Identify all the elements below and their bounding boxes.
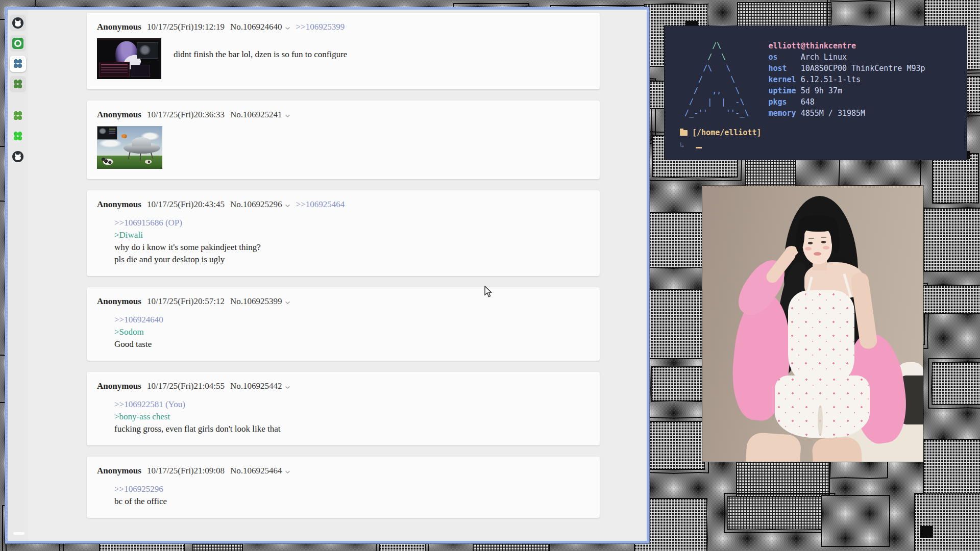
- post-number[interactable]: No.106924640: [230, 21, 282, 33]
- ascii-logo-line: / ,, \: [680, 86, 740, 95]
- greentext-line: >Sodom: [114, 326, 589, 338]
- browser-window: Anonymous10/17/25(Fri)19:12:19No.1069246…: [5, 7, 649, 543]
- sidebar-tab-3[interactable]: [10, 56, 26, 72]
- fetch-field-label: memory: [768, 108, 800, 119]
- post-header: Anonymous10/17/25(Fri)21:04:55No.1069254…: [97, 380, 589, 392]
- post-header: Anonymous10/17/25(Fri)19:12:19No.1069246…: [97, 21, 589, 33]
- backlink-quotelink[interactable]: >>106925399: [296, 21, 345, 33]
- post-number[interactable]: No.106925241: [230, 109, 282, 121]
- sidebar-tab-7[interactable]: [10, 148, 26, 165]
- greentext-line: >bony-ass chest: [114, 411, 589, 423]
- ascii-logo-line: /\: [680, 41, 721, 51]
- post-text-line: pls die and your desktop is ugly: [114, 254, 589, 266]
- post-text-line: Good taste: [114, 338, 589, 350]
- quotelink[interactable]: >>106922581 (You): [114, 398, 589, 411]
- fetch-field-label: os: [768, 52, 800, 63]
- post-timestamp: 10/17/25(Fri)20:43:45: [147, 198, 225, 211]
- photo-eye: [821, 241, 826, 243]
- post-header: Anonymous10/17/25(Fri)20:36:33No.1069252…: [97, 109, 589, 121]
- thumbnail-cloud: [99, 139, 121, 147]
- photo-blush: [823, 246, 829, 249]
- prompt-line: ↳: [680, 139, 967, 151]
- backlink-quotelink[interactable]: >>106925464: [296, 198, 345, 211]
- thumbnail-detail: [137, 42, 158, 59]
- post-header: Anonymous10/17/25(Fri)20:43:45No.1069252…: [97, 198, 589, 211]
- post-card: Anonymous10/17/25(Fri)20:57:12No.1069253…: [87, 287, 600, 361]
- ascii-logo-line: / \: [680, 53, 726, 62]
- post-number[interactable]: No.106925296: [230, 198, 282, 211]
- sidebar-tab-5[interactable]: [10, 108, 26, 124]
- clover-favicon-icon: [13, 59, 23, 69]
- fetch-fields: osArch Linuxhost10A8S0CP00 ThinkCentre M…: [768, 52, 925, 119]
- desktop: Anonymous10/17/25(Fri)19:12:19No.1069246…: [0, 0, 980, 551]
- photo-blush: [805, 247, 812, 251]
- post-message: >>106915686 (OP)>Diwaliwhy do i know it'…: [114, 217, 589, 266]
- quotelink[interactable]: >>106925296: [114, 483, 589, 495]
- post-timestamp: 10/17/25(Fri)20:36:33: [147, 109, 225, 121]
- post-number[interactable]: No.106925464: [230, 465, 282, 477]
- current-directory: [/home/elliott]: [692, 127, 761, 138]
- fetch-field-value: 4855M / 31985M: [801, 109, 865, 118]
- fetch-output: /\ / \ /\ \ / \ / ,, \ / | | -\ /_-'' ''…: [665, 26, 967, 119]
- wallpaper-pattern-rect: [914, 493, 980, 551]
- thumbnail-detail: [97, 38, 161, 40]
- image-viewer-window[interactable]: [702, 186, 923, 462]
- post-thumbnail-ufo-painting[interactable]: [97, 126, 162, 169]
- thumbnail-screenshot-overlay: [97, 126, 117, 140]
- browser-tab-sidebar: [8, 10, 28, 541]
- terminal-window[interactable]: /\ / \ /\ \ / \ / ,, \ / | | -\ /_-'' ''…: [665, 26, 967, 160]
- sidebar-tab-1[interactable]: [10, 15, 26, 31]
- ascii-logo-line: / | | -\: [680, 97, 744, 107]
- photo-lips: [814, 252, 821, 256]
- post-menu-chevron-icon[interactable]: [285, 114, 290, 118]
- post-menu-chevron-icon[interactable]: [285, 301, 290, 305]
- github-icon: [12, 151, 23, 162]
- post-menu-chevron-icon[interactable]: [285, 386, 290, 389]
- fetch-field-row: memory4855M / 31985M: [768, 108, 925, 119]
- post-number-wrap: No.106925464: [230, 465, 290, 477]
- post-number-wrap: No.106924640: [230, 21, 290, 33]
- post-thumbnail-desktop-screenshot[interactable]: [97, 38, 161, 79]
- wallpaper-pattern-rect: [932, 153, 979, 204]
- fetch-field-value: 648: [801, 97, 815, 107]
- photo-leg: [745, 432, 801, 462]
- fetch-field-row: pkgs648: [768, 96, 925, 108]
- post-number[interactable]: No.106925399: [230, 295, 282, 308]
- post-number-wrap: No.106925442: [230, 380, 290, 392]
- fetch-field-value: Arch Linux: [801, 53, 847, 62]
- fetch-field-label: kernel: [768, 74, 800, 85]
- post-number[interactable]: No.106925442: [230, 380, 282, 392]
- post-message: >>106925296bc of the office: [114, 483, 589, 508]
- mouse-cursor: [484, 286, 493, 298]
- posts-column: Anonymous10/17/25(Fri)19:12:19No.1069246…: [87, 13, 600, 518]
- post-header: Anonymous10/17/25(Fri)21:09:08No.1069254…: [97, 465, 589, 477]
- post-menu-chevron-icon[interactable]: [285, 27, 290, 30]
- post-header: Anonymous10/17/25(Fri)20:57:12No.1069253…: [97, 295, 589, 308]
- post-menu-chevron-icon[interactable]: [285, 470, 290, 474]
- post-author: Anonymous: [97, 21, 141, 33]
- post-card: Anonymous10/17/25(Fri)20:36:33No.1069252…: [87, 101, 600, 179]
- terminal-cursor: [696, 147, 702, 148]
- sidebar-tab-6[interactable]: [10, 128, 26, 144]
- prompt-cwd-line: [/home/elliott]: [680, 127, 967, 138]
- sidebar-tab-2[interactable]: [10, 35, 26, 52]
- wallpaper-pattern-rect: [923, 208, 980, 272]
- arch-ascii-logo: /\ / \ /\ \ / \ / ,, \ / | | -\ /_-'' ''…: [680, 40, 749, 119]
- photo-fold-shadow: [818, 405, 823, 436]
- fetch-field-value: 6.12.51-1-lts: [801, 75, 861, 84]
- sidebar-scroll-indicator[interactable]: [13, 532, 24, 535]
- sidebar-tab-4[interactable]: [10, 76, 26, 92]
- post-text-line: fucking gross, even flat girls don't loo…: [114, 423, 589, 435]
- fetch-field-row: uptime5d 9h 37m: [768, 85, 925, 96]
- quotelink[interactable]: >>106915686 (OP): [114, 217, 589, 229]
- github-icon: [12, 17, 23, 29]
- clover-favicon-icon: [13, 131, 23, 141]
- quotelink[interactable]: >>106924640: [114, 314, 589, 326]
- green-app-icon: [12, 38, 23, 49]
- post-number-wrap: No.106925296: [230, 198, 290, 211]
- post-menu-chevron-icon[interactable]: [285, 204, 290, 208]
- thumbnail-ufo-dome: [132, 137, 151, 146]
- post-timestamp: 10/17/25(Fri)21:04:55: [147, 380, 225, 392]
- post-timestamp: 10/17/25(Fri)21:09:08: [147, 465, 225, 477]
- photo-eyebrow: [821, 237, 826, 238]
